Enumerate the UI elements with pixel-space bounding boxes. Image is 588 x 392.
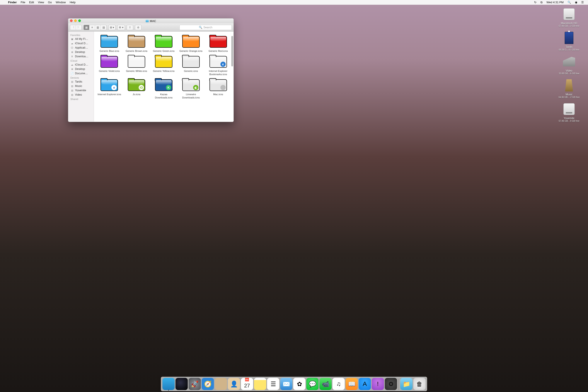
- file-label: Kazaa Downloads.icns: [152, 93, 176, 99]
- sidebar-item[interactable]: 🖥Desktop: [68, 50, 94, 54]
- applications-icon: Ⓐ: [70, 46, 74, 49]
- sidebar-item[interactable]: 📄Docume…: [68, 71, 94, 76]
- sidebar-item[interactable]: ⒶApplicati…: [68, 46, 94, 50]
- minimize-button[interactable]: [74, 20, 77, 22]
- menu-go[interactable]: Go: [46, 0, 54, 5]
- file-item[interactable]: Generic White.icns: [124, 55, 149, 76]
- tags-button[interactable]: ⊘: [135, 25, 141, 30]
- dock-notes[interactable]: [254, 378, 266, 390]
- file-item[interactable]: iOJo.icns: [124, 78, 149, 99]
- menu-help[interactable]: Help: [68, 0, 78, 5]
- file-item[interactable]: Generic Brown.icns: [124, 35, 149, 52]
- sidebar-item[interactable]: ☁iCloud D…: [68, 41, 94, 46]
- dock-siri[interactable]: [175, 378, 188, 390]
- back-button[interactable]: 〈: [70, 25, 76, 30]
- desktop-item-macintosh-hd[interactable]: Macintosh HD67.86 GB…2 GB free: [558, 8, 579, 27]
- file-item[interactable]: eInternet Explorer.icns: [97, 78, 122, 99]
- zoom-button[interactable]: [78, 20, 81, 22]
- all-my-files-icon: ▣: [70, 38, 74, 40]
- icon-view-button[interactable]: ▦: [84, 25, 89, 30]
- notification-center-icon[interactable]: ☰: [579, 0, 586, 5]
- dock-mission-control[interactable]: [215, 378, 227, 390]
- sidebar-item[interactable]: ▥Music: [68, 84, 94, 88]
- sidebar-item[interactable]: ☁iCloud D…: [68, 62, 94, 67]
- sidebar-item-label: iCloud D…: [75, 42, 88, 45]
- dock-mail[interactable]: ✉️: [280, 378, 292, 390]
- menu-edit[interactable]: Edit: [27, 0, 36, 5]
- file-item[interactable]: Generic Red.icns: [205, 35, 231, 52]
- sidebar-item[interactable]: ▥Yosemite: [68, 88, 94, 92]
- file-item[interactable]: eInternet Explorer Bookmarks.icns: [205, 55, 231, 76]
- airplay-icon[interactable]: ⧉: [538, 0, 544, 5]
- sidebar-item[interactable]: 🖥Desktop: [68, 67, 94, 71]
- dock-downloads[interactable]: 📁: [400, 378, 413, 390]
- desktop-item-music[interactable]: Music34.36 GB….2 GB free: [558, 78, 580, 98]
- list-view-button[interactable]: ≡: [89, 25, 95, 30]
- dock-ibooks[interactable]: 📖: [346, 378, 358, 390]
- sidebar-item[interactable]: ⬇Downloa…: [68, 54, 94, 58]
- dock-reminders[interactable]: ☰: [267, 378, 279, 390]
- file-item[interactable]: Generic Violet.icns: [97, 55, 122, 76]
- dock-contacts[interactable]: 👤: [228, 378, 240, 390]
- file-item[interactable]: Generic.icns: [178, 55, 204, 76]
- dock-itunes[interactable]: ♫: [333, 378, 345, 390]
- dock-facetime[interactable]: 📹: [320, 378, 332, 390]
- dock-trash[interactable]: 🗑: [413, 378, 426, 390]
- dock-calendar[interactable]: JUL27: [241, 378, 253, 390]
- close-button[interactable]: [70, 20, 73, 22]
- file-item[interactable]: KKazaa Downloads.icns: [151, 78, 177, 99]
- device-icon: ▥: [70, 89, 74, 92]
- spotlight-icon[interactable]: 🔍: [565, 0, 573, 5]
- file-item[interactable]: Generic Blue.icns: [97, 35, 122, 52]
- column-view-button[interactable]: ▥: [95, 25, 101, 30]
- app-menu[interactable]: Finder: [6, 0, 19, 5]
- dock-app-store[interactable]: A: [359, 378, 371, 390]
- apple-menu[interactable]: [2, 0, 6, 5]
- time-machine-icon[interactable]: ↻: [532, 0, 538, 5]
- menu-window[interactable]: Window: [54, 0, 68, 5]
- calendar-day: 27: [244, 381, 250, 390]
- clock[interactable]: Wed 4:31 PM: [544, 0, 565, 5]
- dock-feedback[interactable]: !: [372, 378, 384, 390]
- share-button[interactable]: ⇪: [127, 25, 133, 30]
- menu-file[interactable]: File: [19, 0, 27, 5]
- device-icon: ▥: [70, 80, 74, 83]
- hdd-icon: [563, 103, 575, 115]
- finder-titlebar[interactable]: MAC: [68, 18, 233, 23]
- folder-icon: [128, 56, 145, 68]
- desktop-item-tardis[interactable]: Tardis68.38 G…67 GB free: [559, 31, 579, 51]
- k9-icon: [563, 57, 575, 66]
- menubar-right: ↻ ⧉ Wed 4:31 PM 🔍 ◉ ☰: [532, 0, 586, 5]
- dock-system-preferences[interactable]: ⚙: [385, 378, 397, 390]
- desktop-item-video[interactable]: Video33.88 GB…6 GB free: [558, 55, 579, 75]
- folder-icon: [209, 36, 227, 48]
- finder-toolbar: 〈 〉 ▦ ≡ ▥ ▤ ⊞ ▾ ⚙ ▾ ⇪ ⊘ 🔍 Search: [68, 23, 233, 32]
- siri-menubar-icon[interactable]: ◉: [573, 0, 579, 5]
- menu-view[interactable]: View: [36, 0, 46, 5]
- file-item[interactable]: Mac.icns: [205, 78, 231, 99]
- action-button[interactable]: ⚙ ▾: [117, 25, 125, 30]
- desktop-item-yosemite[interactable]: Yosemite67.86 GB…9 GB free: [558, 102, 579, 122]
- dock-photos[interactable]: ✿: [293, 378, 306, 390]
- sidebar-item[interactable]: ▥Tardis: [68, 80, 94, 84]
- sidebar-item[interactable]: ▣All My Fi…: [68, 37, 94, 41]
- file-item[interactable]: Generic Green.icns: [151, 35, 177, 52]
- icloud-icon: ☁: [70, 42, 74, 45]
- coverflow-view-button[interactable]: ▤: [101, 25, 106, 30]
- dock-finder[interactable]: [162, 378, 175, 390]
- tardis-icon: [565, 32, 573, 44]
- sidebar-item[interactable]: ▥Video: [68, 92, 94, 97]
- dock-safari[interactable]: 🧭: [202, 378, 214, 390]
- forward-button[interactable]: 〉: [76, 25, 82, 30]
- desktop-item-label: Macintosh HD: [558, 22, 579, 25]
- scrollbar[interactable]: [231, 36, 233, 66]
- arrange-button[interactable]: ⊞ ▾: [108, 25, 116, 30]
- search-field[interactable]: 🔍 Search: [179, 25, 232, 30]
- file-item[interactable]: Generic Orange.icns: [178, 35, 204, 52]
- file-item[interactable]: ◐Limewire Downloads.icns: [178, 78, 204, 99]
- dock-launchpad[interactable]: 🚀: [189, 378, 201, 390]
- sidebar-item-label: Applicati…: [75, 46, 88, 49]
- file-item[interactable]: Generic Yellow.icns: [151, 55, 177, 76]
- dock-messages[interactable]: 💬: [306, 378, 319, 390]
- file-label: Generic Green.icns: [152, 50, 176, 52]
